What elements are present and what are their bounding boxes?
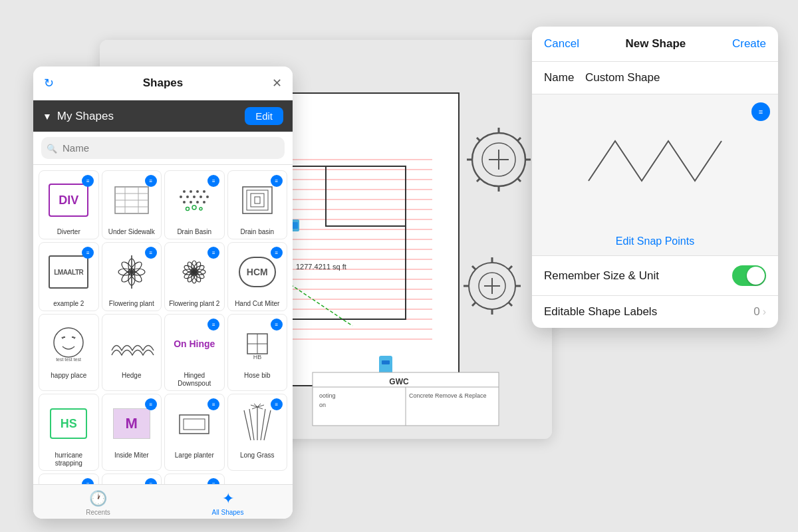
badge-icon xyxy=(82,175,94,187)
badge-icon xyxy=(145,175,157,187)
shape-thumb-example2: LMAALTR xyxy=(42,245,95,299)
svg-text:test test test: test test test xyxy=(56,357,81,362)
my-shapes-label: My Shapes xyxy=(57,110,114,123)
svg-line-142 xyxy=(74,337,75,338)
snap-points-button[interactable]: Edit Snap Points xyxy=(532,227,778,256)
edit-button[interactable]: Edit xyxy=(245,107,283,125)
svg-rect-150 xyxy=(184,419,205,430)
svg-point-104 xyxy=(206,196,209,198)
shape-thumb-largeplanter xyxy=(168,397,221,450)
badge-icon xyxy=(207,478,219,484)
editable-labels-value[interactable]: 0 › xyxy=(753,305,766,319)
shape-thumb-floweringplant2 xyxy=(168,245,221,299)
name-input[interactable] xyxy=(585,71,766,84)
shape-item[interactable]: On Hinge Hinged Downspout xyxy=(164,314,225,391)
badge-icon xyxy=(207,175,219,187)
shape-label: happy place xyxy=(51,372,86,380)
shape-label: Long Grass xyxy=(240,452,275,460)
svg-text:HB: HB xyxy=(253,354,261,360)
badge-icon xyxy=(271,247,283,259)
shape-label: hurricane strapping xyxy=(42,452,96,467)
shape-item[interactable]: Large planter xyxy=(164,394,225,471)
shape-item[interactable]: Flowering plant xyxy=(102,242,162,311)
badge-icon xyxy=(82,478,94,484)
shape-item[interactable] xyxy=(102,473,162,484)
tab-all-shapes[interactable]: ✦ All Shapes xyxy=(163,490,293,516)
shape-item[interactable]: test test test happy place xyxy=(39,314,99,391)
svg-rect-115 xyxy=(255,197,260,203)
svg-text:1277.4211 sq ft: 1277.4211 sq ft xyxy=(296,263,346,271)
editable-labels-label: Editable Shape Labels xyxy=(544,305,657,319)
shape-label: Hand Cut Miter xyxy=(235,300,279,308)
shape-thumb-hedge xyxy=(105,317,158,370)
badge-icon xyxy=(207,398,219,410)
shape-item[interactable]: LMAALTR example 2 xyxy=(39,242,99,311)
all-shapes-icon: ✦ xyxy=(222,490,234,507)
shape-thumb-stripe2 xyxy=(168,477,221,484)
svg-line-155 xyxy=(261,409,265,440)
shape-label: Under Sidewalk xyxy=(108,228,155,236)
search-input[interactable] xyxy=(41,137,285,159)
shape-label: Drain basin xyxy=(240,228,274,236)
svg-point-110 xyxy=(192,205,196,209)
shape-thumb-insidemiter: M xyxy=(105,397,158,450)
shape-thumb-hingeddownspout: On Hinge xyxy=(168,317,221,370)
cancel-button[interactable]: Cancel xyxy=(544,37,579,51)
svg-line-152 xyxy=(244,410,251,440)
svg-rect-114 xyxy=(251,194,264,207)
new-shape-header: Cancel New Shape Create xyxy=(532,27,778,62)
name-row: Name xyxy=(532,62,778,94)
svg-line-153 xyxy=(264,410,271,440)
shapes-panel: ↻ Shapes ✕ ▼ My Shapes Edit DIV Diverter xyxy=(33,66,293,519)
badge-icon xyxy=(145,478,157,484)
remember-size-label: Remember Size & Unit xyxy=(544,269,659,283)
shape-item[interactable]: PEX xyxy=(39,473,99,484)
shape-label: Inside Miter xyxy=(114,452,149,460)
svg-line-154 xyxy=(249,409,254,440)
shape-label: Large planter xyxy=(175,452,214,460)
shape-thumb-drainbasin xyxy=(168,174,221,227)
shape-thumb-longgrass xyxy=(231,397,284,450)
shape-thumb-stripe1 xyxy=(105,477,158,484)
shape-label: example 2 xyxy=(53,300,84,308)
svg-point-106 xyxy=(190,201,192,203)
shape-item[interactable]: HS hurricane strapping xyxy=(39,394,99,471)
shape-item[interactable]: HCM Hand Cut Miter xyxy=(227,242,288,311)
shape-label: Hedge xyxy=(122,372,141,380)
shape-thumb-hosebib: HB xyxy=(231,317,284,370)
svg-point-139 xyxy=(54,328,83,357)
shape-item[interactable]: Hedge xyxy=(102,314,162,391)
svg-point-102 xyxy=(193,196,196,198)
svg-text:GWC: GWC xyxy=(389,377,409,386)
create-button[interactable]: Create xyxy=(732,37,766,51)
svg-line-140 xyxy=(62,337,63,338)
svg-point-97 xyxy=(190,190,192,193)
remember-size-toggle[interactable] xyxy=(732,265,766,286)
shape-item[interactable]: Under Sidewalk xyxy=(102,170,162,239)
svg-point-99 xyxy=(203,190,205,193)
svg-point-100 xyxy=(180,196,182,198)
svg-line-161 xyxy=(257,407,263,409)
new-shape-title: New Shape xyxy=(626,37,686,51)
shape-item[interactable] xyxy=(164,473,225,484)
shape-item[interactable]: M Inside Miter xyxy=(102,394,162,471)
badge-icon xyxy=(271,398,283,410)
badge-icon xyxy=(271,319,283,331)
close-icon[interactable]: ✕ xyxy=(272,76,282,90)
svg-point-107 xyxy=(196,201,199,203)
shape-thumb-drainbasin2 xyxy=(231,174,284,227)
tab-recents[interactable]: 🕐 Recents xyxy=(33,490,163,516)
svg-point-111 xyxy=(200,207,202,210)
search-bar xyxy=(33,132,293,165)
shape-item[interactable]: Long Grass xyxy=(227,394,288,471)
svg-text:Concrete Remove & Replace: Concrete Remove & Replace xyxy=(409,392,487,399)
chevron-down-icon[interactable]: ▼ xyxy=(43,111,52,122)
recents-icon: 🕐 xyxy=(89,490,107,507)
shape-item[interactable]: HB Hose bib xyxy=(227,314,288,391)
shape-item[interactable]: Drain basin xyxy=(227,170,288,239)
shape-label: Drain Basin xyxy=(177,228,211,236)
refresh-icon[interactable]: ↻ xyxy=(44,76,54,90)
shape-item[interactable]: Drain Basin xyxy=(164,170,225,239)
shape-item[interactable]: DIV Diverter xyxy=(39,170,99,239)
shape-item[interactable]: Flowering plant 2 xyxy=(164,242,225,311)
